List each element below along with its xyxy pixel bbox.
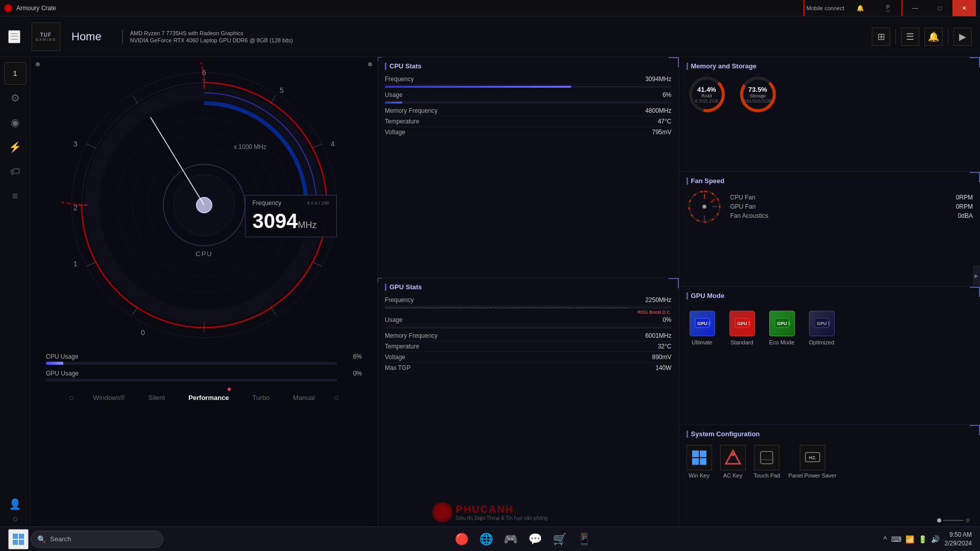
volume-icon[interactable]: 🔊 (930, 534, 941, 544)
sidebar-item-settings[interactable]: ⚙ (4, 87, 27, 109)
svg-text:+: + (757, 74, 758, 76)
svg-line-7 (313, 262, 322, 266)
title-bar-notif-btn[interactable]: 🔔 (848, 0, 872, 16)
sys-config-powersaver[interactable]: HZ. Panel Power Saver (788, 445, 836, 479)
sys-config-title: System Configuration (691, 430, 760, 438)
search-text: Search (50, 535, 71, 543)
taskbar-armoury[interactable]: 🔴 (451, 528, 473, 550)
gpu-volt-row: Voltage 890mV (385, 352, 672, 363)
side-expand-btn[interactable]: ▶ (973, 265, 980, 286)
expand-btn[interactable]: ▶ (953, 28, 972, 46)
svg-line-4 (271, 95, 276, 104)
title-bar-mobile-btn[interactable]: 📱 (876, 0, 899, 16)
taskbar-search-box[interactable]: 🔍 Search (31, 531, 163, 548)
sys-config-winkey[interactable]: Win Key (687, 445, 712, 479)
taskbar-time[interactable]: 9:50 AM 2/29/2024 (945, 531, 972, 548)
gauge-corner-tr (368, 62, 372, 66)
list-view-btn[interactable]: ☰ (901, 28, 919, 46)
mode-manual[interactable]: Manual (289, 392, 319, 404)
cpu-panel-marker (385, 63, 386, 70)
keyboard-icon[interactable]: ⌨ (890, 534, 902, 544)
close-button[interactable]: ✕ (952, 0, 976, 16)
gauge-area: 6 5 4 3 2 1 0 x 1000 MHz (31, 57, 378, 551)
grid-view-btn[interactable]: ⊞ (872, 28, 890, 46)
taskbar-right: ^ ⌨ 📶 🔋 🔊 9:50 AM 2/29/2024 (883, 531, 972, 548)
cpu-usage-stat-label: Usage (385, 91, 403, 98)
gpu-mode-eco[interactable]: GPU Eco Mode (766, 308, 798, 348)
chevron-up-icon[interactable]: ^ (883, 534, 888, 544)
mode-windows[interactable]: Windows® (89, 392, 129, 404)
sidebar-item-aura[interactable]: ⚡ (4, 136, 27, 158)
watermark: PHUCANH Siêu thị Điện Thoại & Tin học vă… (432, 502, 548, 522)
taskbar-phone[interactable]: 📱 (573, 528, 596, 550)
battery-icon[interactable]: 🔋 (917, 534, 928, 544)
app-icon (4, 4, 12, 12)
gpu-freq-value: 2250MHz (645, 296, 671, 304)
sys-config-touchpad[interactable]: Touch Pad (754, 445, 780, 479)
store-icon: 🛒 (553, 533, 567, 546)
taskbar-browser[interactable]: 🌐 (475, 528, 498, 550)
gpu-mode-standard-icon: GPU (729, 311, 755, 336)
minimize-button[interactable]: — (903, 0, 927, 16)
app-container: ☰ TUF GAMING Home AMD Ryzen 7 7735HS wit… (0, 16, 980, 551)
svg-text:5: 5 (280, 86, 284, 94)
gpu-mode-optimized[interactable]: GPU Optimized (806, 308, 838, 348)
fan-stats: CPU Fan 0RPM GPU Fan 0RPM Fan Acoustics (730, 193, 973, 220)
gpu-fan-row: GPU Fan 0RPM (730, 202, 973, 211)
taskbar-xbox[interactable]: 🎮 (500, 528, 522, 550)
freq-unit: MHz (298, 220, 316, 230)
svg-rect-63 (761, 452, 773, 464)
sidebar-item-home[interactable]: 1 (4, 62, 27, 85)
svg-rect-60 (700, 458, 706, 465)
fan-acoustics-value: 0dBA (958, 212, 973, 219)
maximize-button[interactable]: □ (928, 0, 951, 16)
freq-small: 8.0.6 / 296 (307, 201, 329, 206)
hamburger-icon[interactable]: ☰ (8, 30, 20, 43)
mode-indicator (228, 388, 231, 391)
teams-icon: 💬 (528, 533, 542, 546)
gpu-mode-ultimate[interactable]: GPU Ultimate (687, 308, 718, 348)
gpu-panel-marker (385, 284, 386, 291)
wifi-icon[interactable]: 📶 (904, 534, 915, 544)
sidebar-item-user[interactable]: 👤 (4, 493, 27, 515)
svg-rect-57 (692, 450, 699, 457)
title-bar-left: Armoury Crate (4, 4, 56, 12)
gpu-mode-title-bar: GPU Mode (687, 292, 973, 299)
gpu-eco-label: Eco Mode (769, 339, 795, 345)
mode-dots-right (334, 396, 338, 400)
main-content: 6 5 4 3 2 1 0 x 1000 MHz (31, 57, 980, 551)
gpu-usage-value: 0% (353, 370, 362, 377)
svg-rect-68 (19, 534, 24, 539)
ram-detail: 6.3/15.2GB (695, 98, 719, 104)
storage-pct: 73.5% (744, 86, 771, 93)
mode-silent[interactable]: Silent (144, 392, 169, 404)
sys-config-ackey[interactable]: AC Key (720, 445, 746, 479)
taskbar-store[interactable]: 🛒 (549, 528, 571, 550)
app-name: Armoury Crate (16, 5, 56, 12)
start-button[interactable] (8, 529, 29, 549)
sidebar-item-scenario[interactable]: 🏷 (4, 160, 27, 183)
svg-rect-59 (692, 458, 699, 465)
storage-gauge: + 73.5% Storage 681/926.5GB (738, 74, 778, 115)
sidebar-item-cloud[interactable]: ◉ (4, 111, 27, 134)
ram-pct: 41.4% (695, 86, 719, 93)
gauge-wrapper: 6 5 4 3 2 1 0 x 1000 MHz (61, 62, 347, 348)
svg-line-8 (271, 306, 276, 315)
watermark-logo (432, 502, 453, 522)
cpu-temp-row: Temperature 47°C (385, 116, 672, 127)
notification-btn[interactable]: 🔔 (924, 28, 943, 46)
mode-turbo[interactable]: Turbo (249, 392, 274, 404)
cpu-freq-fill (385, 86, 571, 88)
svg-line-11 (87, 262, 95, 266)
mode-performance[interactable]: Performance (184, 392, 233, 404)
armoury-icon: 🔴 (455, 533, 469, 546)
sys-config-corner (970, 425, 980, 435)
sidebar-item-list[interactable]: ≡ (4, 185, 27, 207)
cpu-panel-title: CPU Stats (389, 62, 422, 70)
app-logo: TUF GAMING (31, 21, 61, 52)
cpu-usage-fill (46, 362, 63, 365)
gpu-mode-standard[interactable]: GPU Standard (726, 308, 758, 348)
taskbar-teams[interactable]: 💬 (524, 528, 547, 550)
mem-panel-marker (687, 63, 688, 70)
mode-selector: Windows® Silent Performance Turbo Manual (54, 387, 353, 409)
